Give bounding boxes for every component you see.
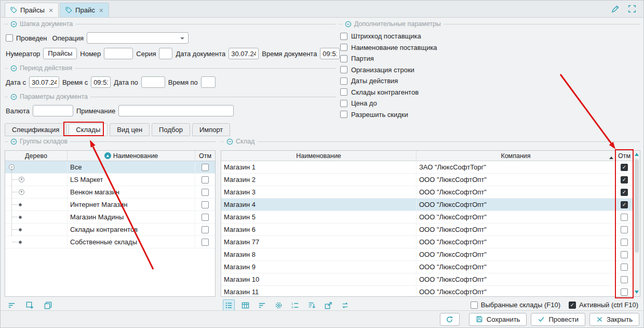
checkbox[interactable]: [621, 201, 628, 208]
group-name[interactable]: Венкон магазин: [68, 186, 195, 198]
warehouse-company[interactable]: ООО "ЛюксСофтОпт": [417, 261, 615, 273]
warehouse-name[interactable]: Магазин 9: [221, 261, 417, 273]
checkbox[interactable]: [621, 288, 628, 296]
group-name[interactable]: Все: [68, 161, 195, 173]
checkbox[interactable]: [340, 100, 347, 107]
group-row[interactable]: Интернет Магазин: [5, 199, 215, 211]
warehouse-mark-cell[interactable]: [615, 211, 633, 223]
warehouse-row[interactable]: Магазин 11 ООО "ЛюксСофтОпт": [221, 286, 633, 297]
warehouse-row[interactable]: Магазин 1 ЗАО "ЛюксСофтТорг": [221, 161, 633, 174]
section-tab[interactable]: Подбор: [152, 123, 190, 136]
tab-close-icon[interactable]: ×: [49, 6, 53, 15]
scrollbar-thumb[interactable]: [635, 159, 639, 253]
sort-icon[interactable]: [104, 152, 111, 159]
warehouse-company[interactable]: ООО "ЛюксСофтОпт": [417, 211, 615, 223]
group-row[interactable]: LS Маркет: [5, 174, 215, 186]
warehouse-mark-cell[interactable]: [615, 224, 633, 235]
tree-node-icon[interactable]: [19, 177, 24, 182]
group-mark-cell[interactable]: [195, 236, 215, 248]
group-mark-cell[interactable]: [195, 174, 215, 186]
checkbox[interactable]: [621, 239, 628, 246]
group-row[interactable]: Венкон магазин: [5, 186, 215, 199]
warehouse-company[interactable]: ЗАО "ЛюксСофтТорг": [417, 161, 615, 173]
date-to-input[interactable]: [141, 76, 165, 88]
refresh-button[interactable]: [440, 313, 460, 326]
collapse-icon[interactable]: [10, 138, 17, 145]
tree-node-icon[interactable]: [19, 203, 22, 206]
checkbox[interactable]: [340, 111, 347, 118]
scroll-down-icon[interactable]: [635, 291, 639, 294]
add-box-icon[interactable]: [24, 299, 36, 311]
checkbox[interactable]: [621, 176, 628, 183]
warehouse-name[interactable]: Магазин 3: [221, 186, 417, 198]
checkbox[interactable]: [569, 301, 576, 309]
tree-cell[interactable]: [5, 199, 68, 211]
doc-time-input[interactable]: [320, 48, 340, 59]
group-row[interactable]: Магазин Мадины: [5, 211, 215, 224]
operation-select[interactable]: [87, 32, 189, 44]
column-header-mark[interactable]: Отм: [195, 151, 215, 161]
warehouse-company[interactable]: ООО "ЛюксСофтОпт": [417, 224, 615, 235]
warehouse-company[interactable]: ООО "ЛюксСофтОпт": [417, 186, 615, 198]
post-button[interactable]: Провести: [531, 313, 585, 326]
window-tab[interactable]: Прайсы ×: [5, 3, 59, 17]
warehouse-company[interactable]: ООО "ЛюксСофтОпт": [417, 174, 615, 186]
checkbox[interactable]: [340, 77, 347, 85]
numerator-field[interactable]: Прайсы: [43, 48, 77, 59]
column-header-company[interactable]: Компания: [417, 151, 615, 161]
checkbox[interactable]: [340, 88, 347, 96]
checkbox[interactable]: [202, 176, 209, 183]
group-mark-cell[interactable]: [195, 199, 215, 211]
checkbox[interactable]: [621, 226, 628, 233]
tree-cell[interactable]: [5, 236, 68, 248]
group-row[interactable]: Собственные склады: [5, 236, 215, 248]
tree-node-icon[interactable]: [19, 189, 24, 195]
filter-icon[interactable]: [256, 299, 268, 311]
additional-option[interactable]: Даты действия: [340, 75, 640, 87]
additional-option[interactable]: Партия: [340, 53, 640, 64]
warehouse-mark-cell[interactable]: [615, 286, 633, 297]
warehouse-row[interactable]: Магазин 5 ООО "ЛюксСофтОпт": [221, 211, 633, 224]
section-tab[interactable]: Вид цен: [110, 123, 150, 136]
warehouse-row[interactable]: Магазин 77 ООО "ЛюксСофтОпт": [221, 236, 633, 248]
warehouse-row[interactable]: Магазин 8 ООО "ЛюксСофтОпт": [221, 248, 633, 261]
filter-icon[interactable]: [6, 299, 18, 311]
warehouse-name[interactable]: Магазин 2: [221, 174, 417, 186]
warehouse-row[interactable]: Магазин 10 ООО "ЛюксСофтОпт": [221, 273, 633, 286]
date-from-input[interactable]: [29, 76, 59, 88]
checkbox[interactable]: [621, 276, 628, 283]
scroll-up-icon[interactable]: [635, 153, 639, 156]
tree-cell[interactable]: [5, 174, 68, 186]
warehouse-mark-cell[interactable]: [615, 161, 633, 173]
checkbox[interactable]: [621, 251, 628, 258]
tree-cell[interactable]: [5, 211, 68, 223]
tree-node-icon[interactable]: [19, 228, 22, 231]
time-to-input[interactable]: [201, 76, 216, 88]
selected-warehouses-option[interactable]: Выбранные склады (F10): [471, 301, 560, 309]
warehouse-name[interactable]: Магазин 77: [221, 236, 417, 248]
collapse-icon[interactable]: [10, 94, 17, 100]
checkbox[interactable]: [202, 164, 209, 171]
warehouse-name[interactable]: Магазин 8: [221, 248, 417, 260]
checkbox[interactable]: [471, 301, 478, 309]
warehouse-name[interactable]: Магазин 5: [221, 211, 417, 223]
group-row[interactable]: Склады контрагентов: [5, 224, 215, 236]
warehouse-company[interactable]: ООО "ЛюксСофтОпт": [417, 248, 615, 260]
save-button[interactable]: Сохранить: [469, 313, 527, 326]
warehouse-row[interactable]: Магазин 9 ООО "ЛюксСофтОпт": [221, 261, 633, 273]
checkbox[interactable]: [621, 189, 628, 196]
checkbox[interactable]: [340, 66, 347, 73]
group-name[interactable]: Интернет Магазин: [68, 199, 195, 211]
section-tab[interactable]: Спецификация: [5, 123, 66, 136]
collapse-icon[interactable]: [345, 21, 352, 28]
warehouse-name[interactable]: Магазин 1: [221, 161, 417, 173]
checkbox[interactable]: [621, 264, 628, 271]
checkbox[interactable]: [202, 226, 209, 233]
checkbox[interactable]: [202, 201, 209, 208]
windows-icon[interactable]: [42, 299, 54, 311]
tree-node-icon[interactable]: [19, 216, 22, 219]
checkbox[interactable]: [340, 55, 347, 62]
warehouse-company[interactable]: ООО "ЛюксСофтОпт": [417, 199, 615, 211]
tree-node-icon[interactable]: [19, 241, 22, 244]
collapse-icon[interactable]: [226, 138, 233, 145]
